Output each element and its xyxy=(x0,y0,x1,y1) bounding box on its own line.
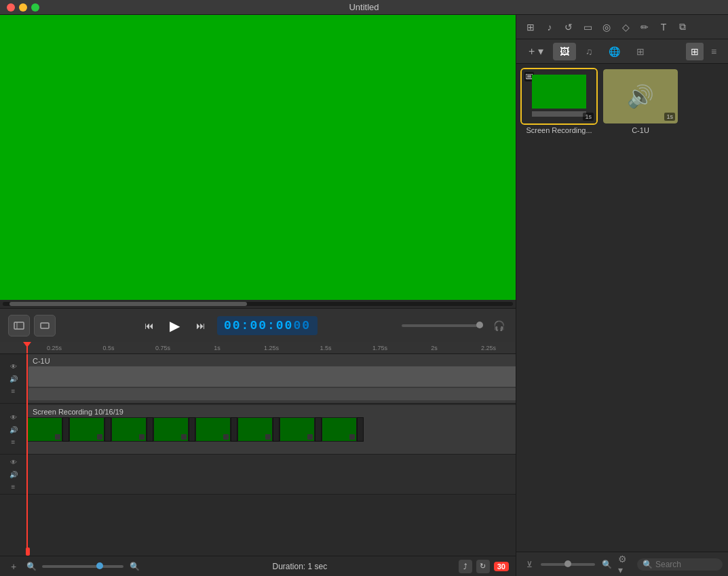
frame-rate-badge: 30 xyxy=(494,562,509,571)
track-empty-1: 👁 🔊 ≡ xyxy=(0,455,516,495)
left-panel: ⏮ ▶ ⏭ 00:00:0000 🎧 0.25s 0.5 xyxy=(0,15,516,576)
duration-label: Duration: 1 sec xyxy=(273,562,328,571)
track-body-empty1[interactable] xyxy=(27,455,516,494)
ruler-mark-2: 0.75s xyxy=(136,345,190,351)
speaker-icon-empty1[interactable]: 🔊 xyxy=(9,469,18,479)
screen-rec-preview: 1s xyxy=(522,69,596,123)
playback-controls: ⏮ ▶ ⏭ 00:00:0000 xyxy=(140,316,318,335)
rewind-button[interactable]: ⏮ xyxy=(140,316,159,335)
gear-button[interactable]: ⚙ ▾ xyxy=(618,557,633,572)
add-track-button[interactable]: + xyxy=(7,560,20,573)
filter-icon[interactable]: ⊻ xyxy=(522,557,537,572)
media-item-screen-recording[interactable]: 1s Screen Recording... xyxy=(522,69,596,134)
media-thumb-screen-recording[interactable]: 1s xyxy=(522,69,596,123)
menu-icon-screen-rec[interactable]: ≡ xyxy=(9,437,18,446)
playhead-bottom xyxy=(26,548,30,556)
audio-waveform-c1u xyxy=(28,366,516,387)
tab-apps[interactable]: ⊞ xyxy=(630,43,651,60)
video-frame-dark xyxy=(315,417,322,442)
track-body-screen-rec[interactable]: Screen Recording 10/16/19 xyxy=(27,405,516,454)
menu-icon-empty1[interactable]: ≡ xyxy=(9,482,18,491)
refresh-icon[interactable]: ↺ xyxy=(560,18,577,36)
zoom-in-button[interactable]: 🔍 xyxy=(128,560,141,573)
speaker-icon-screen-rec[interactable]: 🔊 xyxy=(9,425,18,434)
ruler-mark-3: 1s xyxy=(190,345,244,351)
zoom-out-button[interactable]: 🔍 xyxy=(24,560,38,573)
traffic-lights xyxy=(7,3,39,12)
eye-icon-c1u[interactable]: 👁 xyxy=(9,362,18,371)
view-toggle: ⊞ ≡ xyxy=(686,43,723,60)
frames-value: 00 xyxy=(293,319,311,332)
filter-thumb xyxy=(564,560,571,567)
right-panel: ⊞ ♪ ↺ ▭ ◎ ◇ ✏ T ⧉ + ▾ 🖼 ♫ 🌐 ⊞ ⊞ ≡ xyxy=(516,15,728,576)
speaker-icon-c1u[interactable]: 🔊 xyxy=(9,374,18,383)
search-input[interactable] xyxy=(655,560,717,569)
media-label-screen-recording: Screen Recording... xyxy=(526,126,592,134)
video-frame xyxy=(280,417,315,442)
preview-scrollbar[interactable] xyxy=(0,300,516,308)
circle-icon[interactable]: ◎ xyxy=(598,18,615,36)
pen-icon[interactable]: ✏ xyxy=(636,18,653,36)
loop-icon[interactable]: ↻ xyxy=(476,560,490,573)
zoom-slider[interactable] xyxy=(42,565,123,568)
track-body-c1u[interactable]: C-1U xyxy=(27,354,516,403)
video-frame-dark xyxy=(147,417,153,442)
right-toolbar-icons: ⊞ ♪ ↺ ▭ ◎ ◇ ✏ T ⧉ xyxy=(522,18,691,36)
filter-bar: ⊻ 🔍 ⚙ ▾ 🔍 xyxy=(516,552,728,576)
forward-button[interactable]: ⏭ xyxy=(191,316,210,335)
close-button[interactable] xyxy=(7,3,15,12)
speaker-icon-media: 🔊 xyxy=(627,83,654,109)
tab-music[interactable]: ♫ xyxy=(579,43,600,60)
minimize-button[interactable] xyxy=(19,3,27,12)
svg-rect-4 xyxy=(527,75,531,78)
tracks-container: 👁 🔊 ≡ C-1U 👁 🔊 ≡ xyxy=(0,354,516,556)
media-item-c1u[interactable]: 🔊 1s C-1U xyxy=(603,69,678,134)
volume-slider[interactable] xyxy=(402,324,483,327)
titlebar: Untitled xyxy=(0,0,728,15)
clip-icon xyxy=(14,320,24,331)
tab-globe[interactable]: 🌐 xyxy=(602,43,627,60)
search-box[interactable]: 🔍 xyxy=(637,558,723,571)
ruler-mark-4: 1.25s xyxy=(244,345,299,351)
text-icon[interactable]: T xyxy=(655,18,672,36)
add-media-button[interactable]: + ▾ xyxy=(522,43,550,60)
media-thumb-c1u[interactable]: 🔊 1s xyxy=(603,69,678,123)
bottom-toolbar: + 🔍 🔍 Duration: 1 sec ⤴ ↻ 30 xyxy=(0,556,516,576)
track-header-c1u: 👁 🔊 ≡ xyxy=(0,354,27,403)
tab-photo[interactable]: 🖼 xyxy=(553,43,576,60)
trim-icon xyxy=(39,320,50,331)
diamond-icon[interactable]: ◇ xyxy=(617,18,634,36)
scroll-thumb[interactable] xyxy=(9,302,247,306)
video-frames-strip xyxy=(27,417,516,442)
filter-slider[interactable] xyxy=(541,563,595,566)
video-frame xyxy=(111,417,147,442)
video-frame-dark xyxy=(273,417,280,442)
clip-mode-button[interactable] xyxy=(8,315,30,337)
audio-waveform2-c1u xyxy=(28,388,516,400)
bottom-right: ⤴ ↻ 30 xyxy=(459,560,509,573)
preview-green-area xyxy=(532,75,586,109)
preview-bar xyxy=(532,111,586,117)
play-button[interactable]: ▶ xyxy=(166,316,185,335)
fullscreen-button[interactable] xyxy=(31,3,39,12)
timecode-display: 00:00:0000 xyxy=(217,316,318,335)
ruler-mark-8: 2.25s xyxy=(461,345,516,351)
video-frame xyxy=(195,417,231,442)
grid-icon[interactable]: ⊞ xyxy=(522,18,539,36)
share-icon[interactable]: ⤴ xyxy=(459,560,472,573)
rect-icon[interactable]: ▭ xyxy=(579,18,596,36)
headphones-icon: 🎧 xyxy=(490,317,507,334)
track-label-screen-rec: Screen Recording 10/16/19 xyxy=(33,408,123,416)
list-view-button[interactable]: ≡ xyxy=(705,43,723,60)
zoom-search-icon[interactable]: 🔍 xyxy=(599,557,614,572)
link-icon[interactable]: ⧉ xyxy=(674,18,691,36)
ruler-mark-0: 0.25s xyxy=(27,345,81,351)
eye-icon-screen-rec[interactable]: 👁 xyxy=(9,412,18,422)
menu-icon-c1u[interactable]: ≡ xyxy=(9,386,18,396)
video-frame-dark xyxy=(189,417,195,442)
speaker-toolbar-icon[interactable]: ♪ xyxy=(541,18,558,36)
eye-icon-empty1[interactable]: 👁 xyxy=(9,457,18,467)
grid-view-button[interactable]: ⊞ xyxy=(686,43,704,60)
ruler-mark-1: 0.5s xyxy=(81,345,136,351)
trim-mode-button[interactable] xyxy=(34,315,56,337)
